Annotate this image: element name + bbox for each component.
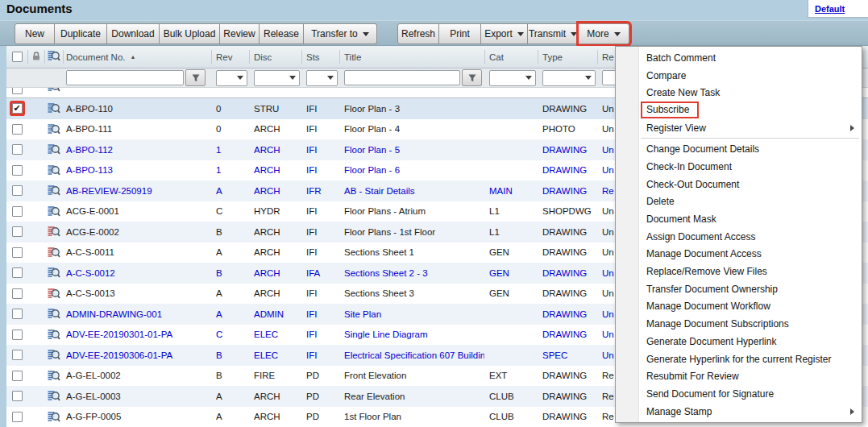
document-view-icon[interactable] <box>47 266 60 280</box>
document-view-icon[interactable] <box>47 122 60 136</box>
filter-funnel-button[interactable] <box>462 69 482 86</box>
document-number-link[interactable]: A-G-EL-0003 <box>63 392 211 401</box>
document-view-icon[interactable] <box>47 184 60 197</box>
document-number-link[interactable]: ADV-EE-20190306-01-PA <box>63 350 211 360</box>
filter-dropdown-type[interactable] <box>542 70 596 86</box>
toolbar-button-transmit[interactable]: Transmit <box>528 23 579 44</box>
document-number-link[interactable]: A-G-EL-0002 <box>63 371 211 380</box>
filter-dropdown-disc[interactable] <box>254 70 300 86</box>
menu-item-generate-hyperlink-for-the-current-register[interactable]: Generate Hyperlink for the current Regis… <box>616 350 862 368</box>
filter-input-title[interactable] <box>344 70 460 85</box>
document-view-icon[interactable] <box>47 328 60 342</box>
row-checkbox[interactable] <box>12 165 23 176</box>
column-header-label[interactable]: Title <box>344 52 361 62</box>
document-number-link[interactable]: A-BPO-110 <box>63 104 211 114</box>
menu-item-manage-stamp[interactable]: Manage Stamp <box>616 403 862 421</box>
row-checkbox[interactable] <box>12 391 23 401</box>
document-view-icon[interactable] <box>47 205 60 218</box>
menu-item-assign-document-access[interactable]: Assign Document Access <box>616 228 862 246</box>
row-checkbox[interactable] <box>12 350 23 360</box>
column-header-label[interactable]: Document No. <box>66 52 126 62</box>
document-view-icon[interactable] <box>47 246 60 259</box>
document-number-link[interactable]: A-G-FP-0005 <box>63 412 211 421</box>
document-view-icon[interactable] <box>47 348 60 362</box>
row-checkbox[interactable] <box>12 309 23 319</box>
document-view-icon[interactable] <box>47 369 60 383</box>
document-number-link[interactable]: ACG-E-0002 <box>63 227 211 237</box>
menu-item-batch-comment[interactable]: Batch Comment <box>616 49 862 67</box>
toolbar-button-more[interactable]: More <box>579 23 629 44</box>
toolbar-button-release[interactable]: Release <box>260 23 304 44</box>
document-number-link[interactable]: A-C-S-0012 <box>63 268 211 278</box>
document-view-icon[interactable] <box>47 88 60 97</box>
column-header-label[interactable]: Type <box>542 52 563 62</box>
document-view-icon[interactable] <box>47 143 60 156</box>
menu-item-manage-document-subscriptions[interactable]: Manage Document Subscriptions <box>616 315 862 333</box>
menu-item-compare[interactable]: Compare <box>616 67 862 85</box>
menu-item-replace-remove-view-files[interactable]: Replace/Remove View Files <box>616 263 862 280</box>
filter-funnel-button[interactable] <box>185 69 206 86</box>
filter-dropdown-cat[interactable] <box>489 70 536 86</box>
document-number-link[interactable]: A-C-S-0013 <box>63 288 211 298</box>
document-view-icon[interactable] <box>47 287 60 301</box>
document-view-icon[interactable] <box>47 102 60 115</box>
toolbar-button-refresh[interactable]: Refresh <box>397 23 439 44</box>
row-checkbox[interactable]: ✔ <box>12 103 23 114</box>
row-checkbox[interactable] <box>12 144 23 155</box>
column-header-label[interactable]: Cat <box>489 52 504 62</box>
row-checkbox[interactable] <box>12 288 23 299</box>
row-checkbox[interactable] <box>12 330 23 340</box>
document-number-link[interactable]: AB-REVIEW-250919 <box>63 186 211 196</box>
document-view-icon[interactable] <box>47 307 60 321</box>
row-checkbox[interactable] <box>12 247 23 258</box>
document-number-link[interactable]: A-C-S-0011 <box>63 247 211 257</box>
menu-item-subscribe[interactable]: Subscribe <box>616 102 862 119</box>
default-view-link[interactable]: Default <box>815 4 845 14</box>
menu-item-register-view[interactable]: Register View <box>616 119 862 137</box>
menu-item-generate-document-hyperlink[interactable]: Generate Document Hyperlink <box>616 333 862 350</box>
menu-item-delete[interactable]: Delete <box>616 193 862 211</box>
menu-item-check-out-document[interactable]: Check-Out Document <box>616 176 862 193</box>
menu-item-manage-document-access[interactable]: Manage Document Access <box>616 246 862 263</box>
row-checkbox[interactable] <box>12 88 23 94</box>
select-all-checkbox[interactable] <box>12 52 23 62</box>
menu-item-check-in-document[interactable]: Check-In Document <box>616 158 862 176</box>
column-header-label[interactable]: Rev <box>216 52 232 62</box>
menu-item-manage-document-workflow[interactable]: Manage Document Workflow <box>616 298 862 316</box>
document-number-link[interactable]: ACG-E-0001 <box>63 206 211 216</box>
menu-item-create-new-task[interactable]: Create New Task <box>616 84 862 102</box>
toolbar-button-duplicate[interactable]: Duplicate <box>55 23 107 44</box>
column-header-label[interactable]: Sts <box>306 52 320 62</box>
filter-input-doc_no[interactable] <box>66 70 184 85</box>
document-view-icon[interactable] <box>47 389 60 403</box>
row-checkbox[interactable] <box>12 226 23 237</box>
toolbar-button-download[interactable]: Download <box>107 23 160 44</box>
document-number-link[interactable]: ADV-EE-20190301-01-PA <box>63 330 211 339</box>
document-view-icon[interactable] <box>47 410 60 424</box>
document-view-icon[interactable] <box>47 225 60 238</box>
toolbar-button-new[interactable]: New <box>15 23 55 44</box>
filter-dropdown-sts[interactable] <box>306 70 338 86</box>
row-checkbox[interactable] <box>12 185 23 196</box>
column-header-label[interactable]: Disc <box>254 52 272 62</box>
menu-item-resubmit-for-review[interactable]: Resubmit For Review <box>616 367 862 385</box>
toolbar-button-review[interactable]: Review <box>220 23 260 44</box>
document-number-link[interactable]: A-BPO-113 <box>63 165 211 175</box>
document-number-link[interactable]: A-BPO-111 <box>63 124 211 134</box>
document-view-icon[interactable] <box>47 164 60 177</box>
row-checkbox[interactable] <box>12 206 23 217</box>
document-view-icon[interactable] <box>47 49 60 64</box>
toolbar-button-bulk-upload[interactable]: Bulk Upload <box>160 23 220 44</box>
toolbar-button-print[interactable]: Print <box>439 23 481 44</box>
menu-item-change-document-details[interactable]: Change Document Details <box>616 140 862 158</box>
document-number-link[interactable]: ADMIN-DRAWING-001 <box>63 309 211 319</box>
row-checkbox[interactable] <box>12 124 23 135</box>
document-number-link[interactable]: A-BPO-112 <box>63 145 211 155</box>
menu-item-transfer-document-ownership[interactable]: Transfer Document Ownership <box>616 280 862 298</box>
row-checkbox[interactable] <box>12 267 23 278</box>
menu-item-send-document-for-signature[interactable]: Send Document for Signature <box>616 385 862 403</box>
row-checkbox[interactable] <box>12 412 23 422</box>
filter-dropdown-rev[interactable] <box>216 70 247 86</box>
menu-item-document-mask[interactable]: Document Mask <box>616 210 862 228</box>
row-checkbox[interactable] <box>12 371 23 381</box>
